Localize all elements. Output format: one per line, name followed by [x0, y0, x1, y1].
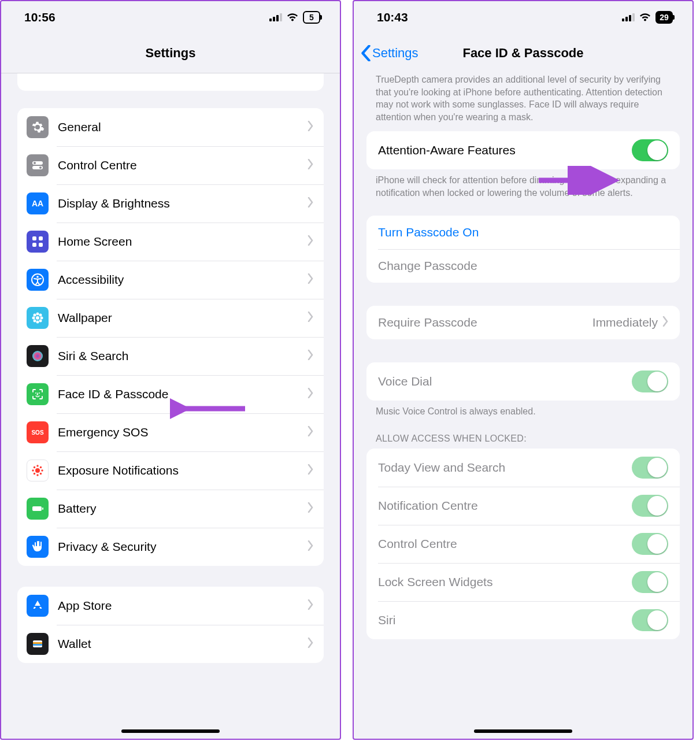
row-label: Control Centre	[378, 537, 632, 551]
row-label: Emergency SOS	[58, 425, 308, 439]
allow-toggle[interactable]	[632, 495, 668, 517]
row-label: Exposure Notifications	[58, 464, 308, 477]
settings-row-accessibility[interactable]: Accessibility	[17, 261, 324, 299]
settings-row-general[interactable]: General	[17, 108, 324, 146]
change-passcode-row[interactable]: Change Passcode	[366, 249, 680, 283]
settings-row-display-brightness[interactable]: AADisplay & Brightness	[17, 184, 324, 223]
attention-note: iPhone will check for attention before d…	[354, 169, 692, 199]
wifi-icon	[639, 10, 651, 24]
svg-point-27	[32, 470, 34, 471]
settings-group-general: GeneralControl CentreAADisplay & Brightn…	[17, 108, 324, 566]
svg-point-1	[34, 162, 36, 164]
allow-row-siri[interactable]: Siri	[366, 601, 680, 639]
svg-point-13	[36, 321, 39, 324]
svg-point-28	[42, 470, 43, 471]
hand-icon	[27, 536, 49, 558]
row-label: Face ID & Passcode	[58, 387, 308, 401]
svg-rect-5	[32, 236, 36, 240]
row-label: Siri	[378, 613, 632, 627]
row-label: Display & Brightness	[58, 197, 308, 210]
svg-point-22	[39, 392, 40, 394]
allow-row-notification-centre[interactable]: Notification Centre	[366, 487, 680, 525]
svg-point-25	[37, 465, 38, 466]
voice-dial-toggle[interactable]	[632, 370, 668, 392]
back-button[interactable]: Settings	[361, 33, 418, 73]
voice-dial-row[interactable]: Voice Dial	[366, 362, 680, 401]
svg-point-21	[35, 392, 36, 394]
svg-rect-7	[32, 243, 36, 247]
settings-row-control-centre[interactable]: Control Centre	[17, 146, 324, 184]
grid-icon	[27, 231, 49, 253]
svg-rect-6	[39, 236, 43, 240]
allow-toggle[interactable]	[632, 609, 668, 631]
settings-row-app-store[interactable]: App Store	[17, 587, 324, 625]
require-passcode-row[interactable]: Require Passcode Immediately	[366, 306, 680, 339]
allow-toggle[interactable]	[632, 533, 668, 555]
cellular-icon	[622, 13, 635, 21]
phone-faceid: 10:43 29 Settings Face ID & Passcode Tru…	[353, 0, 694, 740]
settings-row-home-screen[interactable]: Home Screen	[17, 223, 324, 261]
settings-row-wallet[interactable]: Wallet	[17, 625, 324, 663]
row-label: Voice Dial	[378, 375, 632, 388]
svg-point-10	[36, 276, 39, 278]
turn-passcode-on-row[interactable]: Turn Passcode On	[366, 216, 680, 249]
exposure-icon	[27, 460, 49, 481]
chevron-right-icon	[308, 235, 313, 248]
attention-card: Attention-Aware Features	[366, 131, 680, 169]
row-label: Control Centre	[58, 158, 308, 172]
chevron-right-icon	[308, 502, 313, 515]
svg-point-15	[40, 317, 43, 320]
nav-header: Settings	[1, 33, 340, 73]
home-indicator[interactable]	[474, 729, 572, 733]
allow-row-control-centre[interactable]: Control Centre	[366, 525, 680, 563]
allow-toggle[interactable]	[632, 457, 668, 479]
chevron-right-icon	[308, 540, 313, 553]
chevron-right-icon	[662, 316, 668, 329]
row-label: Attention-Aware Features	[378, 143, 632, 157]
chevron-right-icon	[308, 599, 313, 612]
sos-icon: SOS	[27, 421, 49, 443]
attention-toggle[interactable]	[632, 139, 668, 161]
attention-aware-row[interactable]: Attention-Aware Features	[366, 131, 680, 169]
row-label: Lock Screen Widgets	[378, 575, 632, 589]
allow-row-lock-screen-widgets[interactable]: Lock Screen Widgets	[366, 563, 680, 601]
chevron-right-icon	[308, 273, 313, 286]
allow-toggle[interactable]	[632, 571, 668, 593]
settings-row-wallpaper[interactable]: Wallpaper	[17, 299, 324, 337]
truedepth-note: TrueDepth camera provides an additional …	[354, 73, 692, 131]
status-time: 10:56	[24, 10, 55, 24]
chevron-right-icon	[308, 388, 313, 401]
row-label: App Store	[58, 599, 308, 613]
home-indicator[interactable]	[121, 729, 220, 733]
row-value: Immediately	[592, 316, 658, 329]
svg-rect-34	[42, 507, 43, 510]
settings-row-face-id-passcode[interactable]: Face ID & Passcode	[17, 375, 324, 413]
svg-point-19	[39, 320, 42, 323]
require-card: Require Passcode Immediately	[366, 306, 680, 339]
svg-point-26	[37, 475, 38, 476]
row-label: Wallet	[58, 637, 308, 651]
gear-icon	[27, 116, 49, 138]
row-label: Battery	[58, 502, 308, 516]
voice-card: Voice Dial	[366, 362, 680, 401]
row-label: Home Screen	[58, 235, 308, 249]
chevron-right-icon	[308, 464, 313, 477]
settings-row-privacy-security[interactable]: Privacy & Security	[17, 528, 324, 566]
settings-group-store: App StoreWallet	[17, 587, 324, 663]
row-label: Change Passcode	[378, 259, 668, 273]
page-title: Face ID & Passcode	[462, 46, 583, 61]
svg-rect-37	[33, 644, 42, 646]
status-bar: 10:43 29	[354, 1, 692, 33]
chevron-right-icon	[308, 312, 313, 324]
battery-icon	[27, 498, 49, 520]
svg-point-12	[36, 313, 39, 316]
chevron-right-icon	[308, 121, 313, 134]
allow-row-today-view-and-search[interactable]: Today View and Search	[366, 449, 680, 487]
settings-row-exposure-notifications[interactable]: Exposure Notifications	[17, 451, 324, 490]
row-label: Turn Passcode On	[378, 225, 668, 239]
row-label: Wallpaper	[58, 311, 308, 325]
settings-row-siri-search[interactable]: Siri & Search	[17, 337, 324, 375]
svg-point-11	[36, 316, 39, 320]
settings-row-battery[interactable]: Battery	[17, 490, 324, 528]
settings-row-emergency-sos[interactable]: SOSEmergency SOS	[17, 413, 324, 451]
